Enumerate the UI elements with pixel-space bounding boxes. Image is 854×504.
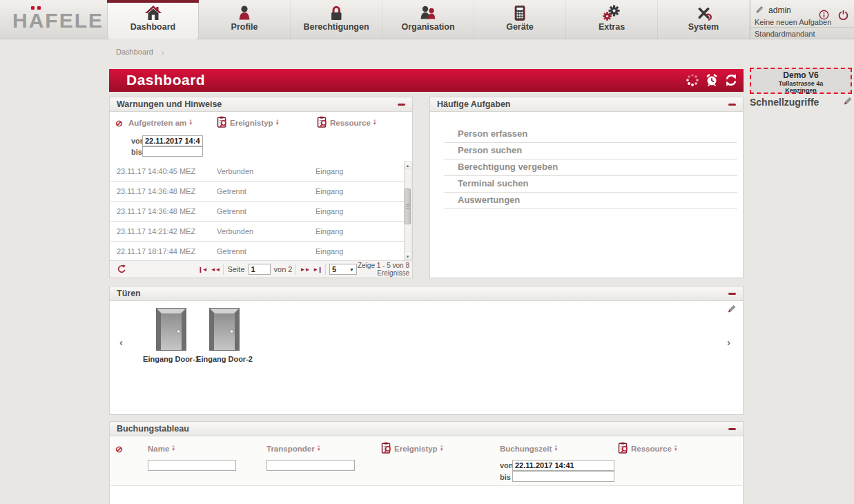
sort-down-icon: ▼ [188,122,193,126]
tab-system-label: System [658,22,749,32]
page-title-bar: Dashboard [109,69,744,92]
column-aufgetreten-am[interactable]: Aufgetreten am▲▼ [128,119,193,127]
edit-quick-access-pencil-icon[interactable] [842,97,852,106]
reload-table-icon[interactable] [117,264,127,274]
column-ereignistyp[interactable]: Ereignistyp▲▼ [394,445,444,453]
event-row[interactable]: 23.11.17 14:21:42 MEZ Verbunden Eingang [110,222,405,242]
logo-umlaut-dots [31,6,35,10]
username-label[interactable]: admin [768,6,791,15]
event-row[interactable]: 23.11.17 14:36:48 MEZ Getrennt Eingang [110,182,405,202]
scroll-up-button[interactable]: ▲ [405,162,411,169]
page-number-input[interactable] [249,264,271,275]
refresh-icon[interactable] [724,73,738,87]
top-navigation-bar: HAFELE Dashboard [0,0,854,39]
mandant-label[interactable]: Standardmandant [755,30,815,38]
transponder-filter-input[interactable] [266,460,355,471]
last-page-icon[interactable]: ►❙ [313,266,322,273]
von-label: von [500,461,514,469]
tab-berechtigungen-label: Berechtigungen [291,22,382,32]
doors-panel: Türen ‹ › Eingang Door-1 [109,286,744,415]
quick-access-title: Schnellzugriffe [750,97,819,108]
name-filter-input[interactable] [148,460,236,471]
event-row[interactable]: 22.11.17 18:17:44 MEZ Getrennt Eingang [110,242,405,262]
carousel-right-icon[interactable]: › [727,336,730,348]
application-window: HAFELE Dashboard [0,0,854,504]
hafele-logo: HAFELE [12,9,104,32]
column-transponder[interactable]: Transponder▲▼ [266,445,321,453]
next-page-icon[interactable]: ►► [300,266,309,273]
page-size-select[interactable]: 5▼ [329,264,357,275]
pagination-summary: Zeige 1 - 5 von 8 Ereignisse [358,262,409,277]
spinner-icon[interactable] [686,73,699,87]
warnings-collapse-button[interactable] [398,104,405,106]
alarm-clock-icon[interactable] [705,73,719,87]
link-person-erfassen[interactable]: Person erfassen [444,126,737,143]
seite-label: Seite [227,265,244,273]
scrollbar-thumb[interactable] [405,188,411,224]
first-page-icon[interactable]: ❙◄ [198,266,207,273]
bookings-von-input[interactable] [512,460,614,471]
warnings-panel-header: Warnungen und Hinweise [110,97,412,112]
select-arrow-icon: ▼ [349,267,354,272]
bookings-bis-input[interactable] [512,471,614,482]
tab-dashboard[interactable]: Dashboard [107,0,199,39]
ressource-filter-icon[interactable] [316,116,328,128]
tab-berechtigungen[interactable]: Berechtigungen [291,0,382,39]
doors-panel-header: Türen [110,287,743,301]
prev-page-icon[interactable]: ◄◄ [211,266,220,273]
doors-panel-title: Türen [117,289,141,298]
bookings-collapse-button[interactable] [728,428,736,430]
ressource-filter-icon[interactable] [617,442,629,454]
frequent-tasks-panel: Häufige Aufgaben Person erfassen Person … [429,97,744,278]
door-label: Eingang Door-2 [193,355,255,363]
people-icon [382,0,474,22]
block-filter-icon[interactable]: ⊘ [115,444,123,454]
tab-system[interactable]: System [658,0,750,39]
breadcrumb-item[interactable]: Dashboard [116,48,153,56]
scroll-down-button[interactable]: ▼ [405,253,411,260]
tab-organisation[interactable]: Organisation [382,0,474,39]
pagination-bar: ❙◄ ◄◄ Seite von 2 ►► ►❙ 5▼ Zeige 1 - 5 v… [110,260,412,278]
tasks-panel-header: Häufige Aufgaben [430,97,743,112]
carousel-left-icon[interactable]: ‹ [119,336,123,348]
column-buchungszeit[interactable]: Buchungszeit▲▼ [500,445,558,453]
quick-access-header: Schnellzugriffe [750,97,854,108]
column-ereignistyp[interactable]: Ereignistyp▲▼ [230,119,280,127]
tasks-panel-title: Häufige Aufgaben [437,99,510,109]
link-terminal-suchen[interactable]: Terminal suchen [444,176,737,193]
door-item[interactable]: Eingang Door-2 [193,307,255,363]
tab-organisation-label: Organisation [382,22,474,32]
logout-power-icon[interactable] [838,10,848,20]
link-person-suchen[interactable]: Person suchen [444,143,737,159]
tools-icon [658,0,749,22]
edit-doors-pencil-icon[interactable] [726,304,736,314]
link-auswertungen[interactable]: Auswertungen [444,193,737,209]
column-ressource[interactable]: Ressource▲▼ [631,445,678,453]
table-scrollbar[interactable]: ▲ ▼ [404,162,411,261]
demo-environment-badge: Demo V6 Tullastrasse 4a Kenzingen [750,68,852,94]
block-filter-icon[interactable]: ⊘ [115,118,123,128]
ereignistyp-filter-icon[interactable] [216,116,228,128]
tab-profile[interactable]: Profile [199,0,291,39]
page-count-label: von 2 [274,265,293,273]
tab-extras[interactable]: Extras [566,0,658,39]
link-berechtigung-vergeben[interactable]: Berechtigung vergeben [444,159,737,176]
calculator-icon [474,0,565,22]
tab-dashboard-label: Dashboard [108,22,198,32]
tab-profile-label: Profile [199,22,290,32]
warnings-von-input[interactable] [142,135,203,146]
edit-profile-pencil-icon[interactable] [755,6,764,14]
column-name[interactable]: Name▲▼ [148,445,175,453]
event-row[interactable]: 23.11.17 14:40:45 MEZ Verbunden Eingang [110,162,405,182]
demo-address-line1: Tullastrasse 4a [751,80,851,87]
ereignistyp-filter-icon[interactable] [380,442,392,454]
event-row[interactable]: 23.11.17 14:36:48 MEZ Getrennt Eingang [110,202,405,222]
warnings-panel-title: Warnungen und Hinweise [117,99,222,109]
bis-label: bis [500,473,511,481]
column-ressource[interactable]: Ressource▲▼ [330,119,377,127]
warnings-bis-input[interactable] [142,146,203,157]
person-icon [199,0,290,22]
tasks-collapse-button[interactable] [728,104,736,106]
tab-geraete[interactable]: Geräte [474,0,566,39]
doors-collapse-button[interactable] [728,293,736,295]
